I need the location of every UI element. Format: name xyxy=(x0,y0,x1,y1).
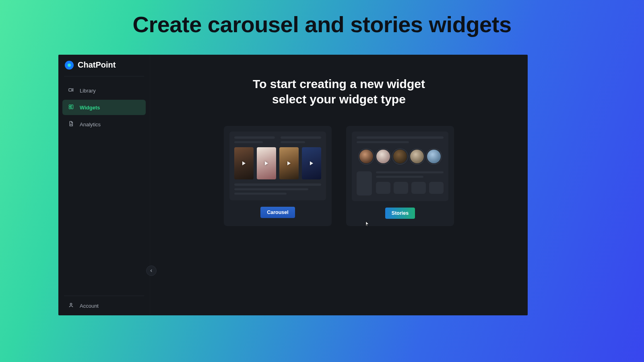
sidebar-item-library[interactable]: Library xyxy=(62,83,146,98)
story-avatar xyxy=(376,150,390,163)
story-avatar xyxy=(359,150,373,163)
promo-heading: Create carousel and stories widgets xyxy=(0,11,644,37)
sidebar-item-analytics[interactable]: Analytics xyxy=(62,117,146,132)
svg-rect-0 xyxy=(69,88,72,91)
story-avatar xyxy=(393,150,407,163)
main-heading-line: select your widget type xyxy=(166,92,512,107)
svg-point-4 xyxy=(70,303,72,305)
stories-preview xyxy=(352,132,448,201)
skeleton-block xyxy=(394,182,408,194)
skeleton-block xyxy=(411,182,426,194)
carousel-thumb xyxy=(257,147,276,179)
brand-name: ChatPoint xyxy=(78,60,116,70)
brand-logo-icon xyxy=(65,61,74,70)
carousel-button[interactable]: Carousel xyxy=(260,207,295,218)
skeleton-block xyxy=(376,182,390,194)
carousel-thumb xyxy=(234,147,254,179)
svg-rect-2 xyxy=(71,105,73,109)
widget-icon xyxy=(68,104,74,111)
brand[interactable]: ChatPoint xyxy=(58,55,150,74)
video-camera-icon xyxy=(68,87,74,94)
skeleton-block xyxy=(429,182,444,194)
sidebar-item-label: Library xyxy=(80,88,96,94)
user-icon xyxy=(68,302,74,309)
widget-option-carousel[interactable]: Carousel xyxy=(224,126,332,226)
skeleton-block xyxy=(357,171,372,195)
document-chart-icon xyxy=(68,121,74,128)
main-heading: To start creating a new widget select yo… xyxy=(166,76,512,107)
sidebar: ChatPoint Library Widgets xyxy=(58,55,150,315)
widget-option-stories[interactable]: Stories xyxy=(346,126,454,226)
app-window: ChatPoint Library Widgets xyxy=(58,55,528,315)
sidebar-item-account[interactable]: Account xyxy=(58,296,150,315)
carousel-preview xyxy=(229,132,326,200)
divider xyxy=(64,76,144,76)
sidebar-item-widgets[interactable]: Widgets xyxy=(62,100,146,115)
sidebar-nav: Library Widgets Analytics xyxy=(58,80,150,136)
svg-rect-3 xyxy=(69,107,71,109)
sidebar-item-label: Widgets xyxy=(80,105,100,111)
promo-background: Create carousel and stories widgets Chat… xyxy=(0,0,644,362)
play-icon xyxy=(234,147,254,179)
sidebar-item-label: Analytics xyxy=(80,121,101,128)
widget-type-options: Carousel xyxy=(166,126,512,226)
sidebar-item-label: Account xyxy=(80,303,99,309)
story-avatar xyxy=(410,150,424,163)
svg-rect-1 xyxy=(69,105,71,107)
play-icon xyxy=(302,147,321,179)
stories-button[interactable]: Stories xyxy=(385,208,415,219)
main-content: To start creating a new widget select yo… xyxy=(150,55,528,315)
play-icon xyxy=(279,147,299,179)
main-heading-line: To start creating a new widget xyxy=(166,76,512,92)
play-icon xyxy=(257,147,276,179)
carousel-thumb xyxy=(302,147,321,179)
story-avatar xyxy=(427,150,441,163)
carousel-thumb xyxy=(279,147,299,179)
